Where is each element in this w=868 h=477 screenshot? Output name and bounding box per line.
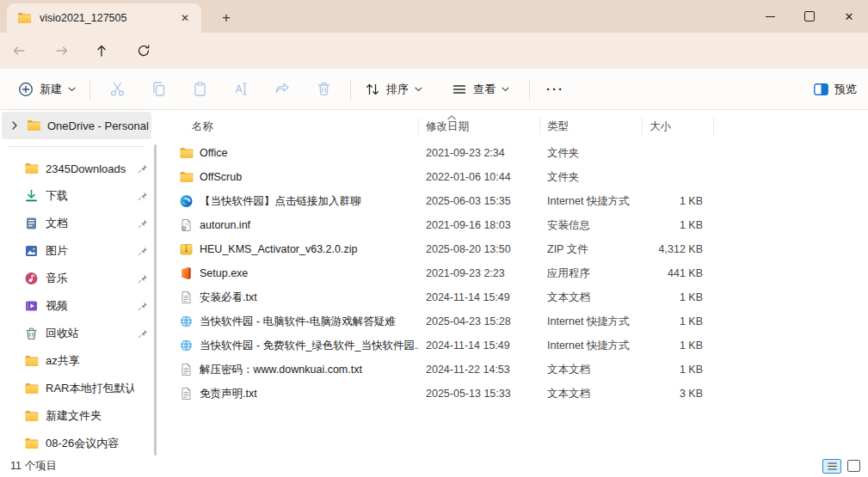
file-date-modified: 2024-11-14 15:49 <box>419 291 540 303</box>
minimize-button[interactable] <box>753 0 787 33</box>
file-type: 文本文档 <box>540 290 643 305</box>
preview-button[interactable]: 预览 <box>814 82 857 97</box>
delete-button[interactable] <box>303 75 344 104</box>
pin-icon <box>138 273 148 284</box>
file-row[interactable]: OffScrub 2022-01-06 10:44 文件夹 <box>163 165 868 189</box>
scissors-icon <box>109 81 126 97</box>
text-icon <box>179 363 194 376</box>
pin-icon <box>138 191 148 201</box>
new-button[interactable]: 新建 <box>10 76 83 102</box>
view-button[interactable]: 查看 <box>444 76 517 102</box>
copy-icon <box>151 81 167 97</box>
file-date-modified: 2025-05-13 15:33 <box>419 388 540 400</box>
chevron-right-icon[interactable] <box>10 121 19 130</box>
downloads-icon <box>24 189 39 203</box>
navigation-bar: › 桌面 › visio2021_127505 › <box>0 33 868 69</box>
documents-icon <box>24 217 39 230</box>
sidebar-item[interactable]: 文档 <box>0 210 160 237</box>
explorer-tab[interactable]: visio2021_127505 ✕ <box>7 3 201 33</box>
sidebar-item[interactable]: 音乐 <box>0 265 160 292</box>
sidebar-item[interactable]: RAR本地打包默认文件 <box>0 375 160 402</box>
file-size: 1 KB <box>643 219 714 231</box>
item-count: 11 个项目 <box>10 459 57 474</box>
copy-button[interactable] <box>138 75 179 104</box>
folder-icon <box>179 146 194 160</box>
file-row[interactable]: 【当快软件园】点击链接加入群聊 2025-06-03 15:35 Interne… <box>163 189 868 213</box>
sidebar-item[interactable]: 新建文件夹 <box>0 402 160 430</box>
sidebar-item-label: 文档 <box>46 216 134 231</box>
rename-icon <box>233 81 249 97</box>
sidebar-item-label: 音乐 <box>46 271 134 286</box>
file-row[interactable]: 当快软件园 - 免费软件_绿色软件_当快软件园... 2024-11-14 15… <box>163 333 868 358</box>
new-tab-button[interactable]: + <box>215 7 237 29</box>
sidebar-item-label: 08-26会议内容 <box>46 436 134 451</box>
sidebar-item[interactable]: az共享 <box>0 347 160 375</box>
file-type: 安装信息 <box>540 218 643 233</box>
column-header-type[interactable]: 类型 <box>540 118 643 135</box>
office-app-icon <box>179 266 194 280</box>
details-view-toggle[interactable] <box>822 459 841 474</box>
sort-button[interactable]: 排序 <box>357 76 430 102</box>
new-button-label: 新建 <box>40 82 62 97</box>
sidebar-pinned-list: 2345Downloads 下载 文档 <box>0 155 160 456</box>
file-row[interactable]: HEU_KMS_Activator_v63.2.0.zip 2025-08-20… <box>163 237 868 261</box>
file-size: 4,312 KB <box>643 243 714 255</box>
view-button-label: 查看 <box>473 82 496 97</box>
cut-button[interactable] <box>96 75 138 104</box>
file-type: Internet 快捷方式 <box>540 315 643 329</box>
up-button[interactable] <box>89 38 114 64</box>
sidebar-item[interactable]: 视频 <box>0 292 160 320</box>
command-toolbar: 新建 排序 <box>0 69 868 110</box>
sidebar-item[interactable]: 08-26会议内容 <box>0 430 160 456</box>
refresh-button[interactable] <box>131 38 157 64</box>
chevron-down-icon <box>502 87 509 92</box>
close-button[interactable]: ✕ <box>832 0 866 33</box>
sidebar-item-onedrive[interactable]: OneDrive - Personal <box>2 112 151 139</box>
file-name: HEU_KMS_Activator_v63.2.0.zip <box>200 243 357 255</box>
file-name: 解压密码：www.downkuai.com.txt <box>200 363 362 377</box>
file-row[interactable]: 安装必看.txt 2024-11-14 15:49 文本文档 1 KB <box>163 285 868 309</box>
more-options-button[interactable]: ··· <box>536 82 575 96</box>
sidebar-item-label: az共享 <box>46 353 134 369</box>
sidebar-scrollbar[interactable] <box>154 144 157 456</box>
column-header-date[interactable]: 修改日期 <box>419 118 540 135</box>
column-header-size[interactable]: 大小 <box>643 118 714 135</box>
folder-icon <box>179 170 194 184</box>
file-row[interactable]: 免责声明.txt 2025-05-13 15:33 文本文档 3 KB <box>163 382 868 406</box>
sidebar-item[interactable]: 图片 <box>0 237 160 265</box>
sidebar-item[interactable]: 2345Downloads <box>0 155 160 182</box>
file-row[interactable]: 解压密码：www.downkuai.com.txt 2024-11-22 14:… <box>163 358 868 382</box>
tab-title: visio2021_127505 <box>40 12 175 24</box>
file-size: 1 KB <box>643 364 714 376</box>
maximize-button[interactable] <box>792 0 827 33</box>
file-size: 1 KB <box>643 339 714 352</box>
file-row[interactable]: autorun.inf 2021-09-16 18:03 安装信息 1 KB <box>163 213 868 237</box>
column-headers: 名称 修改日期 类型 大小 <box>163 115 868 138</box>
sidebar-item[interactable]: 下载 <box>0 182 160 210</box>
column-header-name[interactable]: 名称 <box>179 118 419 135</box>
large-icons-view-toggle[interactable] <box>847 460 860 472</box>
share-button[interactable] <box>262 75 303 104</box>
file-row[interactable]: Setup.exe 2021-09-23 2:23 应用程序 441 KB <box>163 261 868 285</box>
folder-icon <box>24 382 39 395</box>
pin-icon <box>138 218 148 229</box>
back-button[interactable] <box>6 38 32 64</box>
file-date-modified: 2022-01-06 10:44 <box>419 171 540 183</box>
forward-button[interactable] <box>49 38 75 64</box>
file-row[interactable]: 当快软件园 - 电脑软件-电脑游戏解答疑难 2025-04-23 15:28 I… <box>163 309 868 333</box>
back-icon <box>12 44 26 58</box>
file-date-modified: 2024-11-22 14:53 <box>419 364 540 376</box>
tab-close-icon[interactable]: ✕ <box>175 9 194 28</box>
pin-icon <box>138 246 148 256</box>
paste-button[interactable] <box>179 75 220 104</box>
sidebar-item-label: 图片 <box>46 243 134 259</box>
file-type: 文件夹 <box>540 170 643 185</box>
file-row[interactable]: Office 2021-09-23 2:34 文件夹 <box>163 141 868 165</box>
view-lines-icon <box>452 82 467 97</box>
forward-icon <box>55 44 69 58</box>
folder-icon <box>24 162 39 175</box>
rename-button[interactable] <box>220 75 262 104</box>
file-name: 安装必看.txt <box>200 290 257 305</box>
sidebar-item[interactable]: 回收站 <box>0 320 160 347</box>
file-name: 【当快软件园】点击链接加入群聊 <box>200 194 361 209</box>
